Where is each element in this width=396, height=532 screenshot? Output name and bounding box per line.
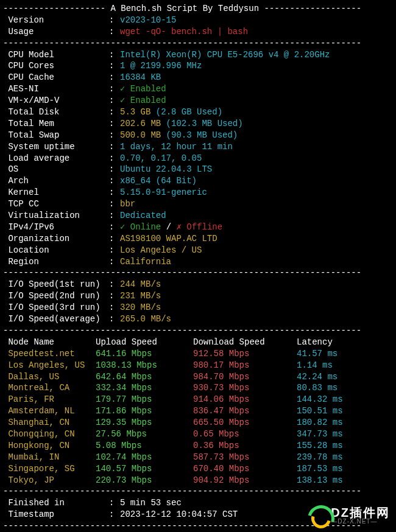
region-row: Region: California xyxy=(3,256,393,268)
speedtest-row: Singapore, SG140.57 Mbps670.40 Mbps187.5… xyxy=(3,463,393,475)
upload-speed: 27.56 Mbps xyxy=(96,429,193,440)
download-speed: 587.73 Mbps xyxy=(193,452,297,463)
latency: 347.73 ms xyxy=(297,429,343,440)
speedtest-row: Amsterdam, NL171.86 Mbps836.47 Mbps150.5… xyxy=(3,405,393,417)
upload-speed: 129.35 Mbps xyxy=(96,417,193,429)
watermark-logo-icon xyxy=(308,505,328,526)
latency: 150.51 ms xyxy=(297,405,343,417)
virt-row: Virtualization: Dedicated xyxy=(3,210,393,222)
download-speed: 0.36 Mbps xyxy=(193,440,297,452)
node-name: Los Angeles, US xyxy=(3,360,96,371)
latency: 187.53 ms xyxy=(297,463,343,475)
latency: 180.82 ms xyxy=(297,417,343,429)
node-name: Speedtest.net xyxy=(3,348,96,360)
latency: 138.13 ms xyxy=(297,475,343,486)
upload-speed: 5.08 Mbps xyxy=(96,440,193,452)
speedtest-row: Speedtest.net641.16 Mbps912.58 Mbps41.57… xyxy=(3,348,393,360)
uptime-row: System uptime: 1 days, 12 hour 11 min xyxy=(3,141,393,153)
load-row: Load average: 0.70, 0.17, 0.05 xyxy=(3,153,393,164)
speedtest-row: Mumbai, IN102.74 Mbps587.73 Mbps239.78 m… xyxy=(3,452,393,463)
io-run3-row: I/O Speed(3rd run): 320 MB/s xyxy=(3,302,393,313)
upload-speed: 1038.13 Mbps xyxy=(96,360,193,371)
upload-speed: 102.74 Mbps xyxy=(96,452,193,463)
node-name: Amsterdam, NL xyxy=(3,405,96,417)
kernel-row: Kernel: 5.15.0-91-generic xyxy=(3,187,393,198)
cpu-cache-row: CPU Cache: 16384 KB xyxy=(3,72,393,83)
speedtest-row: Chongqing, CN27.56 Mbps0.65 Mbps347.73 m… xyxy=(3,429,393,440)
node-name: Tokyo, JP xyxy=(3,475,96,486)
speedtest-row: Tokyo, JP220.73 Mbps904.92 Mbps138.13 ms xyxy=(3,475,393,486)
upload-speed: 641.16 Mbps xyxy=(96,348,193,360)
node-name: Montreal, CA xyxy=(3,382,96,394)
divider: ----------------------------------------… xyxy=(3,486,393,497)
arch-row: Arch: x86_64 (64 Bit) xyxy=(3,175,393,187)
speedtest-header: Node NameUpload SpeedDownload SpeedLaten… xyxy=(3,337,393,348)
terminal-output: -------------------- A Bench.sh Script B… xyxy=(3,3,393,532)
node-name: Singapore, SG xyxy=(3,463,96,475)
download-speed: 980.17 Mbps xyxy=(193,360,297,371)
usage-value: wget -qO- bench.sh | bash xyxy=(120,27,248,37)
speedtest-row: Hongkong, CN5.08 Mbps0.36 Mbps155.28 ms xyxy=(3,440,393,452)
download-speed: 670.40 Mbps xyxy=(193,463,297,475)
upload-speed: 642.64 Mbps xyxy=(96,371,193,383)
upload-speed: 220.73 Mbps xyxy=(96,475,193,486)
latency: 144.32 ms xyxy=(297,394,343,405)
speedtest-row: Los Angeles, US1038.13 Mbps980.17 Mbps1.… xyxy=(3,360,393,371)
node-name: Chongqing, CN xyxy=(3,429,96,440)
speedtest-row: Paris, FR179.77 Mbps914.06 Mbps144.32 ms xyxy=(3,394,393,405)
node-name: Paris, FR xyxy=(3,394,96,405)
io-avg-row: I/O Speed(average): 265.0 MB/s xyxy=(3,313,393,325)
aes-row: AES-NI: ✓ Enabled xyxy=(3,83,393,95)
speedtest-table-body: Speedtest.net641.16 Mbps912.58 Mbps41.57… xyxy=(3,348,393,486)
header-title: -------------------- A Bench.sh Script B… xyxy=(3,3,393,15)
download-speed: 0.65 Mbps xyxy=(193,429,297,440)
download-speed: 836.47 Mbps xyxy=(193,405,297,417)
ipv-row: IPv4/IPv6: ✓ Online / ✗ Offline xyxy=(3,222,393,233)
latency: 42.24 ms xyxy=(297,371,338,383)
watermark-title: DZ插件网 xyxy=(331,506,390,519)
node-name: Shanghai, CN xyxy=(3,417,96,429)
node-name: Mumbai, IN xyxy=(3,452,96,463)
usage-row: Usage: wget -qO- bench.sh | bash xyxy=(3,26,393,38)
download-speed: 912.58 Mbps xyxy=(193,348,297,360)
swap-row: Total Swap: 500.0 MB (90.3 MB Used) xyxy=(3,130,393,141)
upload-speed: 140.57 Mbps xyxy=(96,463,193,475)
check-icon: ✓ xyxy=(120,96,130,105)
cpu-model-row: CPU Model: Intel(R) Xeon(R) CPU E5-2696 … xyxy=(3,49,393,61)
speedtest-row: Dallas, US642.64 Mbps984.70 Mbps42.24 ms xyxy=(3,371,393,383)
speedtest-row: Montreal, CA332.34 Mbps930.73 Mbps80.83 … xyxy=(3,382,393,394)
upload-speed: 171.86 Mbps xyxy=(96,405,193,417)
upload-speed: 179.77 Mbps xyxy=(96,394,193,405)
download-speed: 930.73 Mbps xyxy=(193,382,297,394)
watermark: DZ插件网 —DZ-X.NET— xyxy=(308,505,390,526)
disk-row: Total Disk: 5.3 GB (2.8 GB Used) xyxy=(3,107,393,118)
latency: 41.57 ms xyxy=(297,348,338,360)
node-name: Hongkong, CN xyxy=(3,440,96,452)
speedtest-row: Shanghai, CN129.35 Mbps665.50 Mbps180.82… xyxy=(3,417,393,429)
latency: 80.83 ms xyxy=(297,382,338,394)
org-row: Organization: AS198100 WAP.AC LTD xyxy=(3,233,393,245)
io-run1-row: I/O Speed(1st run): 244 MB/s xyxy=(3,279,393,290)
node-name: Dallas, US xyxy=(3,371,96,383)
check-icon: ✓ xyxy=(120,84,130,94)
version-row: Version: v2023-10-15 xyxy=(3,15,393,26)
io-run2-row: I/O Speed(2nd run): 231 MB/s xyxy=(3,290,393,302)
loc-row: Location: Los Angeles / US xyxy=(3,245,393,256)
version-value: v2023-10-15 xyxy=(120,15,176,25)
divider: ----------------------------------------… xyxy=(3,267,393,279)
download-speed: 914.06 Mbps xyxy=(193,394,297,405)
upload-speed: 332.34 Mbps xyxy=(96,382,193,394)
latency: 239.78 ms xyxy=(297,452,343,463)
vmx-row: VM-x/AMD-V: ✓ Enabled xyxy=(3,95,393,107)
divider: ----------------------------------------… xyxy=(3,38,393,49)
os-row: OS: Ubuntu 22.04.3 LTS xyxy=(3,164,393,175)
download-speed: 665.50 Mbps xyxy=(193,417,297,429)
cross-icon: ✗ xyxy=(176,222,186,232)
download-speed: 904.92 Mbps xyxy=(193,475,297,486)
download-speed: 984.70 Mbps xyxy=(193,371,297,383)
cpu-cores-row: CPU Cores: 1 @ 2199.996 MHz xyxy=(3,60,393,72)
tcp-row: TCP CC: bbr xyxy=(3,198,393,210)
latency: 1.14 ms xyxy=(297,360,333,371)
watermark-url: —DZ-X.NET— xyxy=(331,519,390,525)
check-icon: ✓ xyxy=(120,222,130,232)
